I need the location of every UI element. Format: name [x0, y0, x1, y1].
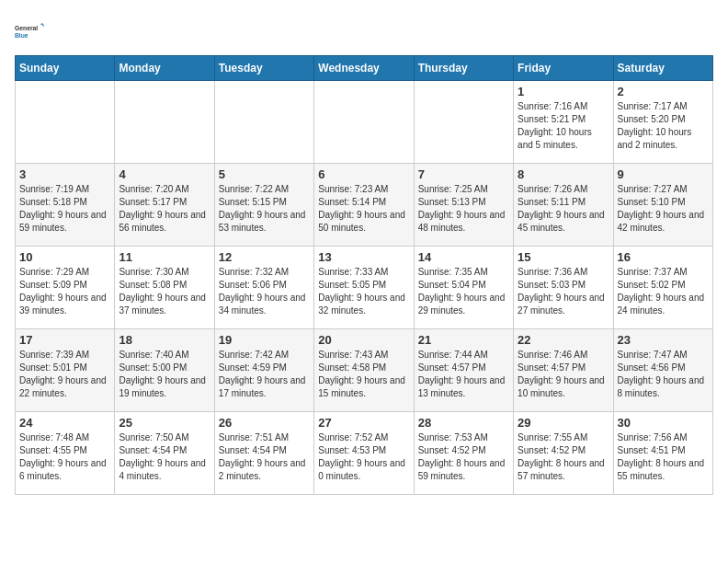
calendar-day-cell: 6Sunrise: 7:23 AM Sunset: 5:14 PM Daylig…	[314, 164, 414, 247]
calendar-day-cell	[214, 81, 313, 164]
calendar-day-cell: 18Sunrise: 7:40 AM Sunset: 5:00 PM Dayli…	[115, 329, 214, 412]
calendar-day-cell: 10Sunrise: 7:29 AM Sunset: 5:09 PM Dayli…	[16, 247, 115, 329]
svg-marker-2	[40, 23, 44, 25]
day-number: 2	[618, 85, 709, 98]
day-number: 3	[19, 167, 110, 181]
calendar-day-cell: 2Sunrise: 7:17 AM Sunset: 5:20 PM Daylig…	[613, 81, 712, 164]
day-number: 6	[318, 167, 409, 181]
day-number: 1	[518, 85, 609, 98]
day-number: 17	[19, 333, 110, 347]
calendar-day-cell: 19Sunrise: 7:42 AM Sunset: 4:59 PM Dayli…	[214, 329, 313, 412]
calendar-day-cell: 15Sunrise: 7:36 AM Sunset: 5:03 PM Dayli…	[514, 247, 613, 329]
day-info: Sunrise: 7:32 AM Sunset: 5:06 PM Dayligh…	[219, 266, 310, 317]
calendar-week-row: 10Sunrise: 7:29 AM Sunset: 5:09 PM Dayli…	[16, 247, 713, 329]
day-number: 5	[219, 167, 310, 181]
day-info: Sunrise: 7:48 AM Sunset: 4:55 PM Dayligh…	[19, 431, 110, 483]
day-number: 15	[518, 250, 609, 264]
weekday-header-cell: Saturday	[613, 56, 712, 81]
day-number: 13	[318, 250, 409, 264]
day-info: Sunrise: 7:55 AM Sunset: 4:52 PM Dayligh…	[518, 431, 609, 483]
calendar-day-cell: 24Sunrise: 7:48 AM Sunset: 4:55 PM Dayli…	[16, 412, 115, 495]
day-info: Sunrise: 7:19 AM Sunset: 5:18 PM Dayligh…	[19, 183, 110, 235]
calendar-day-cell: 3Sunrise: 7:19 AM Sunset: 5:18 PM Daylig…	[16, 164, 115, 247]
calendar-day-cell: 29Sunrise: 7:55 AM Sunset: 4:52 PM Dayli…	[514, 412, 613, 495]
day-number: 26	[219, 416, 310, 430]
day-info: Sunrise: 7:42 AM Sunset: 4:59 PM Dayligh…	[219, 349, 310, 400]
day-number: 30	[618, 416, 709, 430]
day-info: Sunrise: 7:20 AM Sunset: 5:17 PM Dayligh…	[119, 183, 210, 235]
calendar-day-cell	[414, 81, 513, 164]
weekday-header-row: SundayMondayTuesdayWednesdayThursdayFrid…	[16, 56, 713, 81]
day-info: Sunrise: 7:43 AM Sunset: 4:58 PM Dayligh…	[318, 349, 409, 400]
day-info: Sunrise: 7:56 AM Sunset: 4:51 PM Dayligh…	[618, 431, 709, 483]
calendar-day-cell	[16, 81, 115, 164]
day-info: Sunrise: 7:44 AM Sunset: 4:57 PM Dayligh…	[418, 349, 509, 400]
weekday-header-cell: Sunday	[16, 56, 115, 81]
calendar-day-cell	[115, 81, 214, 164]
calendar-day-cell: 27Sunrise: 7:52 AM Sunset: 4:53 PM Dayli…	[314, 412, 414, 495]
day-info: Sunrise: 7:17 AM Sunset: 5:20 PM Dayligh…	[618, 100, 709, 152]
svg-marker-3	[42, 25, 44, 28]
calendar-day-cell	[314, 81, 414, 164]
day-number: 8	[518, 167, 609, 181]
day-number: 23	[618, 333, 709, 347]
calendar-day-cell: 23Sunrise: 7:47 AM Sunset: 4:56 PM Dayli…	[613, 329, 712, 412]
day-number: 18	[119, 333, 210, 347]
day-number: 14	[418, 250, 509, 264]
calendar-day-cell: 9Sunrise: 7:27 AM Sunset: 5:10 PM Daylig…	[613, 164, 712, 247]
day-number: 11	[119, 250, 210, 264]
calendar-week-row: 24Sunrise: 7:48 AM Sunset: 4:55 PM Dayli…	[16, 412, 713, 495]
day-number: 16	[618, 250, 709, 264]
calendar-week-row: 1Sunrise: 7:16 AM Sunset: 5:21 PM Daylig…	[16, 81, 713, 164]
day-info: Sunrise: 7:47 AM Sunset: 4:56 PM Dayligh…	[618, 349, 709, 400]
day-info: Sunrise: 7:37 AM Sunset: 5:02 PM Dayligh…	[618, 266, 709, 317]
day-number: 25	[119, 416, 210, 430]
day-number: 4	[119, 167, 210, 181]
day-info: Sunrise: 7:22 AM Sunset: 5:15 PM Dayligh…	[219, 183, 310, 235]
day-number: 21	[418, 333, 509, 347]
day-number: 22	[518, 333, 609, 347]
calendar-day-cell: 11Sunrise: 7:30 AM Sunset: 5:08 PM Dayli…	[115, 247, 214, 329]
day-number: 7	[418, 167, 509, 181]
svg-text:Blue: Blue	[15, 32, 28, 39]
day-info: Sunrise: 7:33 AM Sunset: 5:05 PM Dayligh…	[318, 266, 409, 317]
day-number: 29	[518, 416, 609, 430]
calendar-day-cell: 14Sunrise: 7:35 AM Sunset: 5:04 PM Dayli…	[414, 247, 513, 329]
calendar-day-cell: 25Sunrise: 7:50 AM Sunset: 4:54 PM Dayli…	[115, 412, 214, 495]
weekday-header-cell: Wednesday	[314, 56, 414, 81]
calendar-body: 1Sunrise: 7:16 AM Sunset: 5:21 PM Daylig…	[16, 81, 713, 495]
calendar-day-cell: 12Sunrise: 7:32 AM Sunset: 5:06 PM Dayli…	[214, 247, 313, 329]
day-info: Sunrise: 7:16 AM Sunset: 5:21 PM Dayligh…	[518, 100, 609, 152]
calendar-day-cell: 26Sunrise: 7:51 AM Sunset: 4:54 PM Dayli…	[214, 412, 313, 495]
day-number: 12	[219, 250, 310, 264]
calendar-day-cell: 21Sunrise: 7:44 AM Sunset: 4:57 PM Dayli…	[414, 329, 513, 412]
day-info: Sunrise: 7:23 AM Sunset: 5:14 PM Dayligh…	[318, 183, 409, 235]
day-info: Sunrise: 7:51 AM Sunset: 4:54 PM Dayligh…	[219, 431, 310, 483]
day-info: Sunrise: 7:26 AM Sunset: 5:11 PM Dayligh…	[518, 183, 609, 235]
weekday-header-cell: Thursday	[414, 56, 513, 81]
day-info: Sunrise: 7:35 AM Sunset: 5:04 PM Dayligh…	[418, 266, 509, 317]
day-info: Sunrise: 7:36 AM Sunset: 5:03 PM Dayligh…	[518, 266, 609, 317]
calendar-day-cell: 16Sunrise: 7:37 AM Sunset: 5:02 PM Dayli…	[613, 247, 712, 329]
calendar-day-cell: 17Sunrise: 7:39 AM Sunset: 5:01 PM Dayli…	[16, 329, 115, 412]
calendar-day-cell: 7Sunrise: 7:25 AM Sunset: 5:13 PM Daylig…	[414, 164, 513, 247]
day-info: Sunrise: 7:50 AM Sunset: 4:54 PM Dayligh…	[119, 431, 210, 483]
weekday-header-cell: Monday	[115, 56, 214, 81]
day-info: Sunrise: 7:30 AM Sunset: 5:08 PM Dayligh…	[119, 266, 210, 317]
day-number: 20	[318, 333, 409, 347]
calendar-week-row: 17Sunrise: 7:39 AM Sunset: 5:01 PM Dayli…	[16, 329, 713, 412]
day-number: 10	[19, 250, 110, 264]
calendar-day-cell: 22Sunrise: 7:46 AM Sunset: 4:57 PM Dayli…	[514, 329, 613, 412]
weekday-header-cell: Friday	[514, 56, 613, 81]
calendar-day-cell: 13Sunrise: 7:33 AM Sunset: 5:05 PM Dayli…	[314, 247, 414, 329]
day-info: Sunrise: 7:25 AM Sunset: 5:13 PM Dayligh…	[418, 183, 509, 235]
weekday-header-cell: Tuesday	[214, 56, 313, 81]
day-number: 27	[318, 416, 409, 430]
day-info: Sunrise: 7:46 AM Sunset: 4:57 PM Dayligh…	[518, 349, 609, 400]
svg-text:General: General	[15, 25, 38, 31]
calendar-day-cell: 5Sunrise: 7:22 AM Sunset: 5:15 PM Daylig…	[214, 164, 313, 247]
day-info: Sunrise: 7:39 AM Sunset: 5:01 PM Dayligh…	[19, 349, 110, 400]
page-header: GeneralBlue	[15, 15, 713, 48]
day-info: Sunrise: 7:40 AM Sunset: 5:00 PM Dayligh…	[119, 349, 210, 400]
calendar-day-cell: 1Sunrise: 7:16 AM Sunset: 5:21 PM Daylig…	[514, 81, 613, 164]
